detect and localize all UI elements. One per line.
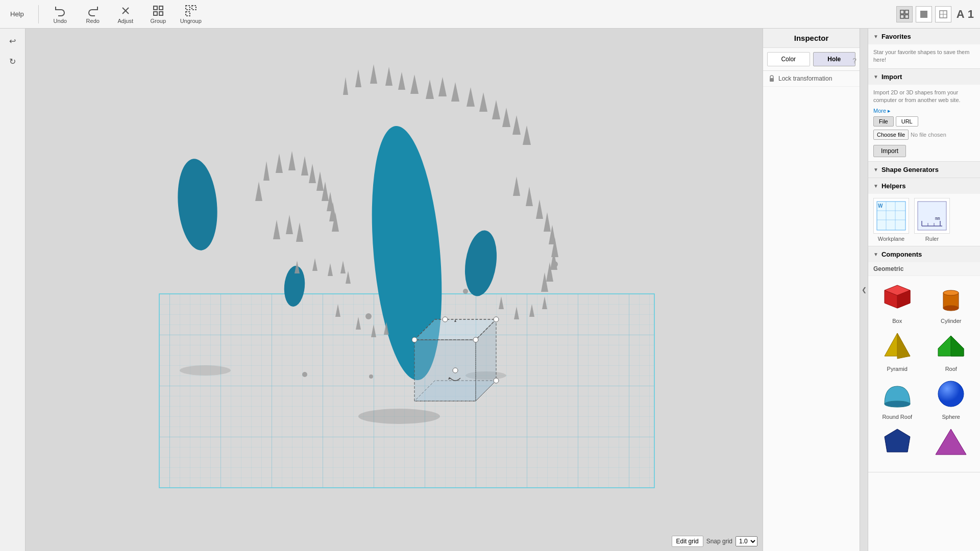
svg-point-91 [463, 289, 468, 294]
svg-point-94 [552, 261, 558, 267]
helpers-header[interactable]: ▼ Helpers [868, 178, 980, 194]
svg-marker-118 [951, 336, 964, 356]
svg-point-92 [302, 372, 307, 377]
favorites-header[interactable]: ▼ Favorites [868, 29, 980, 44]
favorites-content: Star your favorite shapes to save them h… [868, 44, 980, 68]
undo-button[interactable]: Undo [49, 5, 71, 24]
svg-marker-64 [513, 177, 520, 196]
svg-point-34 [443, 317, 448, 322]
ruler-thumb: mm [914, 198, 950, 234]
undo-icon-button[interactable]: ↩ [5, 33, 21, 49]
grid-view-button[interactable] [896, 6, 913, 22]
pyramid-shape[interactable]: Pyramid [872, 328, 922, 372]
svg-marker-60 [322, 182, 329, 201]
svg-point-24 [174, 157, 220, 252]
redo-button[interactable]: Redo [82, 5, 104, 24]
snap-grid-select[interactable]: 1.0 0.5 0.1 2.0 5.0 [736, 536, 757, 546]
refresh-icon-button[interactable]: ↻ [5, 53, 21, 69]
components-header[interactable]: ▼ Components [868, 246, 980, 262]
svg-marker-50 [492, 100, 500, 119]
ungroup-button[interactable]: Ungroup [180, 5, 202, 24]
sphere-label: Sphere [942, 414, 960, 420]
helpers-grid: W Workplane [873, 198, 975, 242]
favorites-title: Favorites [881, 33, 911, 40]
sphere-shape[interactable]: Sphere [926, 376, 976, 420]
file-choose-row: Choose file No file chosen [873, 130, 975, 140]
svg-point-120 [938, 381, 964, 407]
box-shape[interactable]: Box [872, 280, 922, 324]
sphere-thumb [930, 376, 971, 412]
svg-point-21 [180, 365, 231, 375]
cylinder-shape[interactable]: Cylinder [926, 280, 976, 324]
file-button[interactable]: File [873, 116, 894, 127]
solid-view-button[interactable] [916, 6, 932, 22]
pyramid-label: Pyramid [887, 366, 908, 372]
svg-point-36 [453, 368, 458, 373]
view-controls: A 1 [896, 6, 974, 22]
svg-marker-44 [410, 74, 419, 94]
round-roof-shape[interactable]: Round Roof [872, 376, 922, 420]
import-action-button[interactable]: Import [873, 145, 906, 157]
svg-point-119 [885, 401, 910, 407]
viewport[interactable]: Edit grid Snap grid 1.0 0.5 0.1 2.0 5.0 [26, 29, 763, 551]
collapse-panel-handle[interactable]: ❮ [860, 29, 868, 551]
helpers-title: Helpers [881, 182, 906, 190]
svg-marker-72 [541, 272, 548, 292]
svg-marker-41 [370, 64, 377, 84]
choose-file-button[interactable]: Choose file [873, 130, 909, 140]
svg-marker-65 [526, 187, 533, 206]
svg-marker-56 [288, 151, 296, 170]
view-number: 1 [968, 8, 974, 21]
pyramid-thumb [877, 328, 918, 364]
group-button[interactable]: Group [147, 5, 169, 24]
toolbar: Help Undo Redo Adjust Group Ungroup [0, 0, 980, 29]
main-area: ↩ ↻ [0, 29, 980, 551]
inspector-help-icon[interactable]: ? [852, 57, 856, 65]
view-letter: A [957, 8, 965, 21]
svg-marker-59 [316, 171, 324, 191]
import-more-link[interactable]: More [873, 108, 975, 114]
shape8-shape[interactable]: Shape8 [926, 424, 976, 468]
import-header[interactable]: ▼ Import [868, 69, 980, 85]
color-tab[interactable]: Color [767, 52, 810, 66]
favorites-arrow: ▼ [873, 34, 878, 39]
help-button[interactable]: Help [6, 8, 28, 20]
roof-label: Roof [945, 366, 957, 372]
no-file-text: No file chosen [911, 132, 946, 138]
svg-rect-2 [154, 6, 157, 10]
shape-generators-header[interactable]: ▼ Shape Generators [868, 162, 980, 178]
svg-rect-7 [192, 6, 196, 10]
roof-shape[interactable]: Roof [926, 328, 976, 372]
svg-point-113 [943, 290, 959, 295]
svg-point-25 [461, 228, 501, 298]
svg-point-32 [473, 337, 478, 342]
import-description: Import 2D or 3D shapes from your compute… [873, 89, 975, 105]
svg-text:mm: mm [935, 216, 940, 221]
workplane-thumb: W [873, 198, 909, 234]
shape7-shape[interactable]: Shape7 [872, 424, 922, 468]
svg-marker-88 [296, 222, 303, 242]
ruler-item[interactable]: mm Ruler [914, 198, 950, 242]
edit-grid-button[interactable]: Edit grid [672, 536, 703, 547]
workplane-item[interactable]: W Workplane [873, 198, 909, 242]
svg-marker-43 [398, 72, 405, 90]
import-content: Import 2D or 3D shapes from your compute… [868, 85, 980, 161]
components-title: Components [881, 251, 922, 258]
url-button[interactable]: URL [896, 116, 918, 127]
svg-rect-4 [154, 12, 157, 15]
import-arrow: ▼ [873, 74, 878, 80]
adjust-button[interactable]: Adjust [114, 5, 137, 24]
workplane-label: Workplane [878, 236, 904, 242]
roof-thumb [930, 328, 971, 364]
wire-view-button[interactable] [935, 6, 951, 22]
helpers-section: ▼ Helpers [868, 178, 980, 246]
snap-grid-label: Snap grid [706, 538, 732, 545]
svg-marker-48 [467, 87, 475, 107]
shape-generators-title: Shape Generators [881, 166, 939, 173]
svg-text:W: W [878, 203, 883, 209]
favorites-description: Star your favorite shapes to save them h… [873, 48, 975, 64]
right-sidebar: ▼ Favorites Star your favorite shapes to… [868, 29, 980, 551]
svg-marker-49 [479, 92, 487, 112]
shape-generators-section: ▼ Shape Generators [868, 162, 980, 178]
hole-tab[interactable]: Hole [813, 52, 856, 66]
